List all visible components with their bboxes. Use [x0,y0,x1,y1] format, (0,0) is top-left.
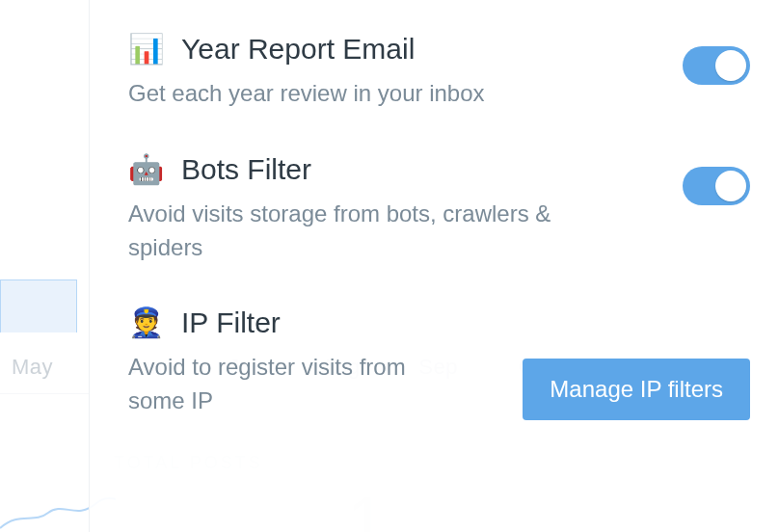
manage-ip-filters-button[interactable]: Manage IP filters [523,359,750,420]
setting-description: Avoid to register visits from some IP [128,351,437,418]
setting-description: Avoid visits storage from bots, crawlers… [128,198,581,265]
setting-ip-filter: 👮 IP Filter Avoid to register visits fro… [128,306,750,418]
setting-description: Get each year review in your inbox [128,77,581,111]
bar-chart-icon: 📊 [128,35,164,64]
month-label: May [0,355,77,380]
setting-bots-filter: 🤖 Bots Filter Avoid visits storage from … [128,153,750,265]
year-report-toggle[interactable] [683,46,750,85]
setting-title: Bots Filter [181,153,311,186]
bots-filter-toggle[interactable] [683,167,750,205]
settings-panel: 📊 Year Report Email Get each year review… [89,0,779,532]
setting-title: IP Filter [181,306,281,339]
setting-title: Year Report Email [181,33,415,66]
setting-year-report: 📊 Year Report Email Get each year review… [128,33,750,111]
police-icon: 👮 [128,308,164,337]
line-chart-area-fragment [0,279,77,332]
robot-icon: 🤖 [128,155,164,184]
